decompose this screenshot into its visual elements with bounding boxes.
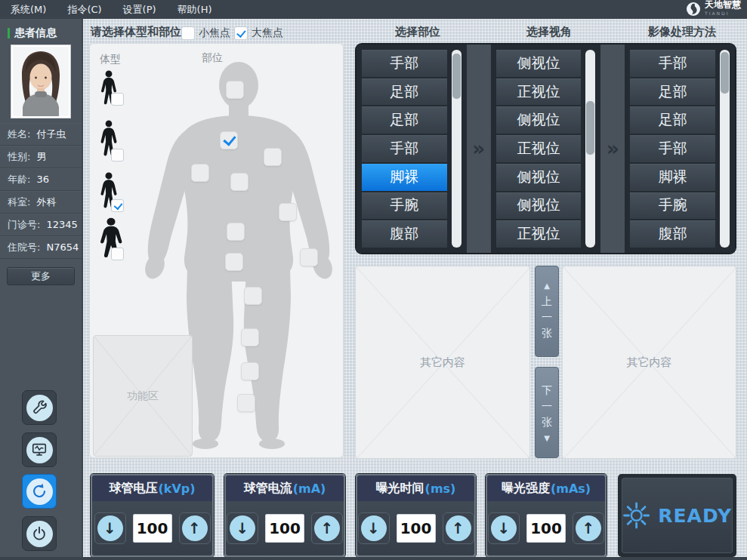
previous-image-label: 上一张 [541, 294, 553, 341]
part-checkbox-head[interactable] [226, 81, 244, 99]
main-area: 请选择体型和部位 小焦点 大焦点 选择部位 选择视角 影像处理方法 体型 部位 [83, 19, 747, 560]
previous-image-button[interactable]: ▲ 上一张 [535, 266, 559, 357]
part-checkbox-abdomen[interactable] [227, 223, 245, 241]
body-type-female-large-checkbox[interactable] [111, 248, 124, 260]
next-image-button[interactable]: 下一张 ▼ [535, 367, 559, 458]
view-list-scroll-thumb[interactable] [586, 101, 594, 155]
view-option[interactable]: 侧视位 [496, 164, 582, 191]
process-option[interactable]: 脚裸 [630, 164, 715, 191]
param-tube-current-title: 球管电流 (mA) [226, 475, 344, 501]
small-focus-checkbox[interactable] [181, 26, 195, 40]
next-image-label: 下一张 [541, 383, 553, 430]
chevron-part-to-view: » [467, 45, 491, 253]
process-option[interactable]: 足部 [630, 106, 715, 134]
part-checkbox-pelvis[interactable] [225, 253, 243, 271]
double-chevron-icon: » [472, 137, 485, 160]
patient-photo [11, 45, 71, 118]
process-option[interactable]: 腹部 [630, 220, 715, 248]
exposure-time-value: 100 [397, 514, 436, 543]
process-list: 手部 足部 足部 手部 脚裸 手腕 腹部 [625, 45, 735, 253]
header-accent-bar [8, 28, 10, 38]
arrow-down-icon: ↓ [367, 519, 380, 537]
tube-current-value: 100 [265, 514, 304, 543]
param-label: 曝光时间 [376, 481, 424, 497]
preview-left-label: 其它内容 [420, 355, 465, 370]
part-checkbox-chest[interactable] [230, 173, 248, 191]
power-tool-button[interactable] [22, 516, 57, 551]
part-option[interactable]: 腹部 [362, 220, 447, 248]
exposure-time-increase-button[interactable]: ↑ [443, 512, 474, 544]
param-exposure-intensity-title: 曝光强度 (mAs) [487, 475, 605, 501]
field-age: 年龄: 36 [0, 168, 82, 191]
tube-voltage-decrease-button[interactable]: ↓ [94, 512, 126, 544]
large-focus-checkbox[interactable] [234, 26, 248, 40]
menu-system[interactable]: 系统(M) [0, 0, 57, 19]
process-option[interactable]: 手腕 [630, 192, 715, 220]
exposure-intensity-increase-button[interactable]: ↑ [573, 512, 604, 544]
part-option[interactable]: 手部 [362, 135, 447, 162]
tube-current-increase-button[interactable]: ↑ [311, 512, 343, 544]
wrench-tool-button[interactable] [22, 390, 57, 425]
part-checkbox-knee[interactable] [241, 328, 259, 346]
view-option[interactable]: 正视位 [496, 220, 582, 248]
process-list-scrollbar[interactable] [720, 50, 730, 248]
part-option[interactable]: 手腕 [362, 192, 447, 220]
part-checkbox-right-shoulder[interactable] [191, 164, 209, 182]
exposure-time-decrease-button[interactable]: ↓ [358, 512, 390, 544]
part-checkbox-left-shoulder[interactable] [264, 148, 282, 166]
part-option[interactable]: 手部 [362, 50, 447, 77]
tube-voltage-value: 100 [133, 514, 172, 543]
power-icon [26, 521, 53, 547]
part-checkbox-shin[interactable] [241, 362, 259, 380]
view-option[interactable]: 侧视位 [496, 106, 582, 134]
field-inpatient-no-value: N7654 [47, 242, 79, 253]
menu-command[interactable]: 指令(C) [57, 0, 112, 19]
body-type-male-checkbox[interactable] [111, 199, 124, 212]
part-checkbox-elbow[interactable] [279, 203, 297, 221]
view-option[interactable]: 侧视位 [496, 50, 582, 77]
reset-tool-button[interactable] [22, 474, 57, 509]
param-unit: (kVp) [158, 482, 195, 496]
process-list-scroll-thumb[interactable] [721, 52, 729, 94]
param-tube-voltage: 球管电压 (kVp) ↓ 100 ↑ [91, 474, 214, 557]
view-option[interactable]: 正视位 [496, 78, 582, 106]
view-list-scrollbar[interactable] [585, 50, 595, 248]
part-option[interactable]: 足部 [362, 106, 447, 134]
menu-help[interactable]: 帮助(H) [167, 0, 223, 19]
column-title-process: 影像处理方法 [629, 25, 735, 39]
chevron-view-to-process: » [600, 45, 625, 253]
part-option[interactable]: 足部 [362, 78, 447, 106]
process-option[interactable]: 手部 [630, 50, 715, 77]
body-type-female-checkbox[interactable] [111, 149, 124, 162]
body-type-child-checkbox[interactable] [111, 93, 124, 106]
tube-voltage-increase-button[interactable]: ↑ [179, 512, 211, 544]
body-selection-panel: 体型 部位 [89, 43, 344, 458]
part-checkbox-hand[interactable] [300, 248, 318, 266]
monitor-tool-button[interactable] [22, 432, 57, 467]
part-list-scroll-thumb[interactable] [452, 54, 461, 99]
wrench-icon [26, 395, 53, 421]
field-outpatient-no-label: 门诊号: [8, 219, 40, 230]
ready-button[interactable]: READY [618, 474, 736, 557]
tube-current-decrease-button[interactable]: ↓ [227, 512, 258, 544]
menu-settings[interactable]: 设置(P) [113, 0, 167, 19]
bottom-edge-strip [0, 557, 747, 560]
triangle-up-icon: ▲ [544, 282, 550, 290]
exposure-intensity-decrease-button[interactable]: ↓ [488, 512, 520, 544]
part-checkbox-upper-chest[interactable] [220, 131, 238, 149]
more-button[interactable]: 更多 [7, 267, 75, 285]
view-option[interactable]: 正视位 [496, 135, 582, 162]
part-option-selected[interactable]: 脚裸 [362, 164, 447, 191]
patient-info-header: 患者信息 [8, 26, 82, 40]
view-option[interactable]: 侧视位 [496, 192, 582, 220]
part-list-scrollbar[interactable] [452, 50, 461, 248]
part-checkbox-ankle[interactable] [237, 394, 255, 412]
arrow-up-icon: ↑ [188, 519, 201, 537]
exposure-intensity-value: 100 [526, 514, 566, 543]
process-option[interactable]: 足部 [630, 78, 715, 106]
part-checkbox-thigh[interactable] [244, 287, 262, 305]
process-option[interactable]: 手部 [630, 135, 715, 162]
patient-sidebar: 患者信息 姓名: 付子虫 性别: 男 年龄: [0, 19, 83, 560]
field-department: 科室: 外科 [0, 191, 82, 214]
param-unit: (mAs) [551, 482, 591, 496]
